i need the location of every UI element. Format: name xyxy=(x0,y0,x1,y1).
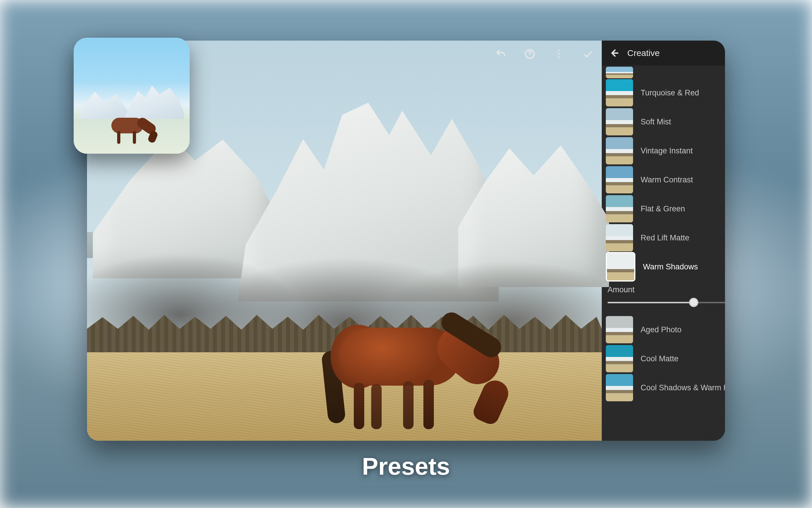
preset-item[interactable]: Warm Shadows xyxy=(606,252,725,281)
confirm-button[interactable] xyxy=(581,47,595,61)
preset-name: Cool Shadows & Warm Highlights xyxy=(641,383,725,392)
preset-thumbnail xyxy=(606,166,633,194)
preset-name: Flat & Green xyxy=(641,204,685,213)
slider-fill xyxy=(607,302,694,303)
slider-knob[interactable] xyxy=(689,298,698,307)
presets-panel: Creative Turquoise & RedSoft MistVintage… xyxy=(602,41,725,441)
preset-item[interactable]: Vintage Instant xyxy=(606,136,725,165)
preset-name: Cool Matte xyxy=(641,354,679,363)
panel-title: Creative xyxy=(627,48,660,58)
preset-name: Red Lift Matte xyxy=(641,234,689,242)
undo-button[interactable] xyxy=(494,47,508,61)
preset-name: Turquoise & Red xyxy=(641,88,699,97)
preset-item[interactable]: Turquoise & Red xyxy=(606,78,725,107)
preset-item[interactable]: Warm Contrast xyxy=(606,165,725,194)
preset-thumbnail xyxy=(606,137,633,164)
preset-name: Warm Shadows xyxy=(643,262,698,271)
more-button[interactable] xyxy=(552,47,566,61)
preset-thumbnail xyxy=(606,252,635,282)
amount-control: Amount116 xyxy=(606,281,725,315)
svg-point-1 xyxy=(529,56,530,56)
back-button[interactable] xyxy=(607,47,620,59)
preset-list[interactable]: Turquoise & RedSoft MistVintage InstantW… xyxy=(602,66,725,441)
help-button[interactable] xyxy=(523,47,537,61)
back-arrow-icon xyxy=(608,47,620,59)
preset-thumbnail xyxy=(606,108,633,135)
preset-item[interactable]: Aged Photo xyxy=(606,315,725,344)
canvas-toolbar xyxy=(494,47,595,61)
preset-name: Aged Photo xyxy=(641,325,682,334)
preset-item[interactable]: Red Lift Matte xyxy=(606,223,725,252)
preset-name: Vintage Instant xyxy=(641,146,693,156)
preset-item[interactable]: Soft Mist xyxy=(606,107,725,136)
preset-thumbnail xyxy=(606,374,633,401)
preset-thumbnail xyxy=(606,79,633,107)
preset-item[interactable] xyxy=(606,66,725,78)
amount-slider[interactable] xyxy=(607,299,725,305)
panel-header: Creative xyxy=(602,41,725,66)
svg-point-3 xyxy=(558,53,559,54)
preset-item[interactable]: Cool Matte xyxy=(606,344,725,373)
preset-thumbnail xyxy=(606,316,633,343)
more-vertical-icon xyxy=(553,48,565,60)
preset-thumbnail xyxy=(606,195,633,222)
preset-thumbnail xyxy=(606,224,633,251)
help-icon xyxy=(524,48,536,60)
amount-label: Amount xyxy=(607,285,635,294)
original-photo-thumbnail xyxy=(74,38,190,154)
preset-thumbnail xyxy=(606,345,633,372)
svg-point-2 xyxy=(558,50,559,51)
check-icon xyxy=(582,48,594,60)
horse xyxy=(328,293,508,429)
undo-icon xyxy=(495,48,507,60)
feature-caption: Presets xyxy=(0,452,812,480)
preset-name: Warm Contrast xyxy=(641,175,693,184)
preset-thumbnail xyxy=(606,67,633,78)
svg-point-4 xyxy=(558,56,559,58)
preset-item[interactable]: Flat & Green xyxy=(606,194,725,223)
preset-item[interactable]: Cool Shadows & Warm Highlights xyxy=(606,373,725,402)
preset-name: Soft Mist xyxy=(641,118,671,126)
